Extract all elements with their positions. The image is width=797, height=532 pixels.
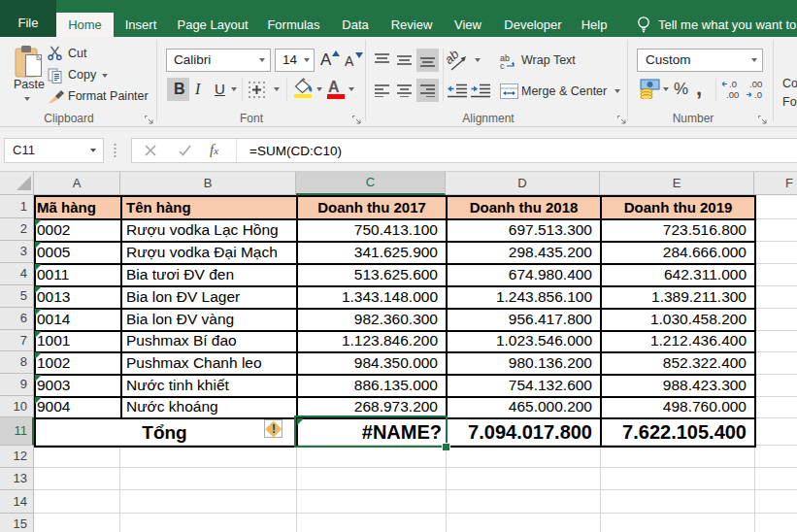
svg-text:.00: .00 [749,79,762,89]
svg-text:.0: .0 [729,79,737,89]
svg-text:.0: .0 [754,89,762,100]
svg-text:c: c [500,61,505,70]
svg-text:.00: .00 [726,89,739,100]
